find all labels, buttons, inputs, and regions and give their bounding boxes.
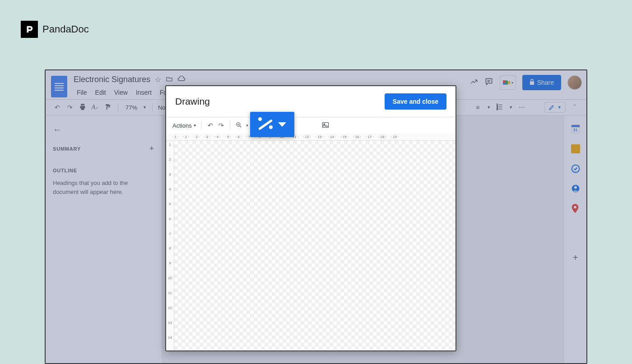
add-summary-icon[interactable]: + xyxy=(149,144,154,153)
svg-rect-3 xyxy=(503,80,506,83)
line-icon xyxy=(258,117,273,132)
actions-menu[interactable]: Actions ▼ xyxy=(172,122,197,129)
document-title[interactable]: Electronic Signatures xyxy=(74,75,150,84)
keep-icon[interactable] xyxy=(571,144,580,153)
menu-edit[interactable]: Edit xyxy=(92,87,109,98)
google-docs-window: Electronic Signatures ☆ File Edit View I… xyxy=(45,69,587,364)
line-tool-highlighted[interactable] xyxy=(250,112,294,137)
svg-rect-5 xyxy=(530,82,534,85)
share-label: Share xyxy=(537,79,554,86)
tasks-icon[interactable] xyxy=(571,164,580,173)
outline-heading: OUTLINE xyxy=(53,168,77,173)
horizontal-ruler: · 1 ·· 1 ·· 2 ·· 3 ·· 4 ·· 5 ·· 6 ·· 7 ·… xyxy=(166,134,455,141)
chevron-down-icon xyxy=(278,122,286,127)
numbered-list-icon[interactable]: 123 xyxy=(495,103,504,112)
zoom-level[interactable]: 77% xyxy=(124,104,139,111)
undo-icon[interactable]: ↶ xyxy=(53,104,62,111)
side-panel: 31 + xyxy=(564,115,586,363)
svg-text:3: 3 xyxy=(497,108,498,110)
redo-icon[interactable]: ↷ xyxy=(217,122,225,129)
add-side-panel-icon[interactable]: + xyxy=(573,253,578,263)
drawing-canvas[interactable] xyxy=(174,141,455,350)
maps-icon[interactable] xyxy=(571,204,580,213)
outline-hint: Headings that you add to the document wi… xyxy=(53,179,154,196)
vertical-ruler: 1234567891011121314 xyxy=(166,141,174,350)
share-button[interactable]: Share xyxy=(522,75,561,90)
calendar-icon[interactable]: 31 xyxy=(571,124,580,134)
align-icon[interactable]: ≡ xyxy=(473,104,482,111)
contacts-icon[interactable] xyxy=(571,184,580,193)
drawing-title: Drawing xyxy=(175,96,210,107)
collapse-icon[interactable]: ˆ xyxy=(570,104,579,111)
print-icon[interactable] xyxy=(78,103,87,112)
image-tool-icon[interactable] xyxy=(321,122,330,129)
cloud-status-icon[interactable] xyxy=(177,76,186,84)
star-icon[interactable]: ☆ xyxy=(155,75,161,84)
zoom-tool-icon[interactable] xyxy=(235,122,243,129)
activity-icon[interactable] xyxy=(470,78,478,88)
menu-view[interactable]: View xyxy=(111,87,131,98)
more-icon[interactable]: ⋯ xyxy=(517,104,526,111)
summary-heading: SUMMARY xyxy=(53,146,81,152)
google-docs-icon[interactable] xyxy=(51,76,67,97)
svg-rect-4 xyxy=(503,83,506,85)
menu-insert[interactable]: Insert xyxy=(133,87,155,98)
collapse-sidebar-icon[interactable]: ← xyxy=(53,124,154,135)
drawing-toolbar: Actions ▼ ↶ ↷ ▼ xyxy=(166,117,455,134)
svg-line-17 xyxy=(239,125,241,127)
save-and-close-button[interactable]: Save and close xyxy=(385,93,446,110)
pandadoc-brand-text: PandaDoc xyxy=(42,23,89,35)
svg-point-14 xyxy=(574,186,577,189)
paint-format-icon[interactable] xyxy=(103,103,112,112)
outline-sidebar: ← SUMMARY + OUTLINE Headings that you ad… xyxy=(46,115,162,363)
pandadoc-brand: PandaDoc xyxy=(21,21,89,38)
lock-icon xyxy=(530,79,534,86)
pandadoc-logo-icon xyxy=(21,21,38,38)
undo-icon[interactable]: ↶ xyxy=(206,122,214,129)
svg-point-15 xyxy=(574,206,576,208)
spellcheck-icon[interactable]: A✓ xyxy=(91,104,100,111)
redo-icon[interactable]: ↷ xyxy=(65,104,74,111)
editing-mode-button[interactable]: ▼ xyxy=(544,102,566,113)
user-avatar[interactable] xyxy=(567,75,582,90)
move-folder-icon[interactable] xyxy=(166,75,173,84)
meet-button[interactable]: ▾ xyxy=(500,75,516,90)
menu-file[interactable]: File xyxy=(74,87,90,98)
drawing-dialog: Drawing Save and close Actions ▼ ↶ ↷ ▼ xyxy=(165,85,456,351)
comments-icon[interactable] xyxy=(484,77,493,88)
